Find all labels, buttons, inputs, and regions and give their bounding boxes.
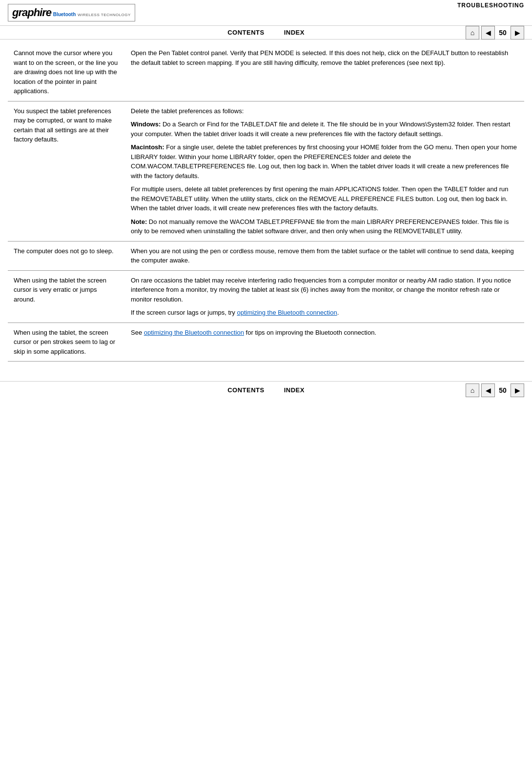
troubleshooting-table: Cannot move the cursor where you want to… bbox=[8, 43, 524, 362]
table-row: When using the tablet the screen cursor … bbox=[8, 270, 524, 323]
next-icon: ▶ bbox=[515, 29, 520, 37]
footer-next-button[interactable]: ▶ bbox=[511, 383, 524, 397]
solution-paragraph: Windows: Do a Search or Find for the TAB… bbox=[131, 120, 518, 139]
main-content: Cannot move the cursor where you want to… bbox=[0, 43, 532, 362]
problem-cell: You suspect the tablet preferences may b… bbox=[8, 101, 125, 241]
logo: graphire Bluetooth WIRELESS TECHNOLOGY bbox=[8, 4, 135, 21]
footer-prev-icon: ◀ bbox=[486, 386, 491, 394]
table-row: You suspect the tablet preferences may b… bbox=[8, 101, 524, 241]
logo-sub: WIRELESS TECHNOLOGY bbox=[78, 13, 131, 17]
nav-contents[interactable]: Contents bbox=[227, 29, 265, 36]
footer-page-number: 50 bbox=[497, 386, 509, 394]
inline-link[interactable]: optimizing the Bluetooth connection bbox=[144, 329, 244, 336]
solution-paragraph: See optimizing the Bluetooth connection … bbox=[131, 328, 518, 338]
next-button[interactable]: ▶ bbox=[511, 26, 524, 40]
solution-cell: See optimizing the Bluetooth connection … bbox=[125, 323, 524, 362]
page-number: 50 bbox=[497, 29, 509, 37]
footer-page-controls: ⌂ ◀ 50 ▶ bbox=[466, 383, 524, 397]
solution-paragraph: For multiple users, delete all tablet pr… bbox=[131, 184, 518, 213]
footer-next-icon: ▶ bbox=[515, 386, 520, 394]
logo-bluetooth: Bluetooth bbox=[53, 12, 76, 17]
footer-prev-button[interactable]: ◀ bbox=[481, 383, 495, 397]
solution-paragraph: Delete the tablet preferences as follows… bbox=[131, 106, 518, 116]
footer-nav-contents[interactable]: Contents bbox=[227, 386, 265, 394]
solution-paragraph: Open the Pen Tablet control panel. Verif… bbox=[131, 48, 518, 67]
prev-icon: ◀ bbox=[486, 29, 491, 37]
solution-paragraph: Macintosh: For a single user, delete the… bbox=[131, 142, 518, 181]
solution-cell: Delete the tablet preferences as follows… bbox=[125, 101, 524, 241]
footer-home-icon: ⌂ bbox=[471, 386, 474, 394]
page-header: graphire Bluetooth WIRELESS TECHNOLOGY T… bbox=[0, 0, 532, 26]
table-row: Cannot move the cursor where you want to… bbox=[8, 43, 524, 101]
problem-cell: When using the tablet the screen cursor … bbox=[8, 270, 125, 323]
problem-cell: Cannot move the cursor where you want to… bbox=[8, 43, 125, 101]
nav-index[interactable]: Index bbox=[284, 29, 305, 36]
header-page-controls: ⌂ ◀ 50 ▶ bbox=[466, 26, 524, 40]
problem-cell: The computer does not go to sleep. bbox=[8, 241, 125, 270]
header-nav-row: Contents Index ⌂ ◀ 50 ▶ bbox=[0, 26, 532, 40]
solution-paragraph: Note: Do not manually remove the WACOM T… bbox=[131, 217, 518, 236]
page-footer: Contents Index ⌂ ◀ 50 ▶ bbox=[0, 381, 532, 399]
footer-nav-index[interactable]: Index bbox=[284, 386, 305, 394]
solution-paragraph: If the screen cursor lags or jumps, try … bbox=[131, 308, 518, 318]
solution-cell: On rare occasions the tablet may receive… bbox=[125, 270, 524, 323]
table-row: When using the tablet, the screen cursor… bbox=[8, 323, 524, 362]
inline-link[interactable]: optimizing the Bluetooth connection bbox=[237, 309, 337, 316]
home-button[interactable]: ⌂ bbox=[466, 26, 479, 40]
problem-cell: When using the tablet, the screen cursor… bbox=[8, 323, 125, 362]
solution-paragraph: On rare occasions the tablet may receive… bbox=[131, 276, 518, 304]
solution-cell: When you are not using the pen or cordle… bbox=[125, 241, 524, 270]
footer-home-button[interactable]: ⌂ bbox=[466, 383, 479, 397]
home-icon: ⌂ bbox=[471, 29, 474, 37]
prev-button[interactable]: ◀ bbox=[481, 26, 495, 40]
table-row: The computer does not go to sleep.When y… bbox=[8, 241, 524, 270]
solution-cell: Open the Pen Tablet control panel. Verif… bbox=[125, 43, 524, 101]
solution-paragraph: When you are not using the pen or cordle… bbox=[131, 246, 518, 265]
logo-graphire: graphire bbox=[12, 6, 51, 19]
section-title: Troubleshooting bbox=[457, 2, 524, 9]
